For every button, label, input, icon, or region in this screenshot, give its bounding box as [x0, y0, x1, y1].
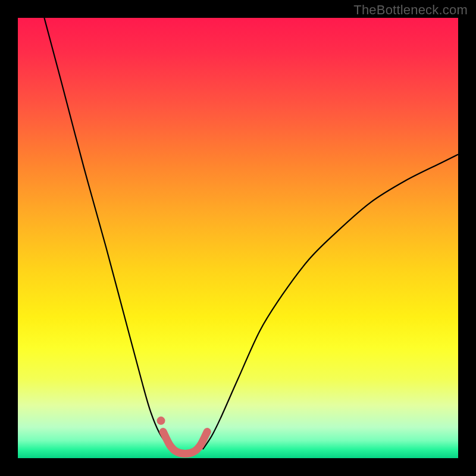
- curve-group: [44, 18, 458, 454]
- valley-highlight-line: [163, 432, 207, 454]
- chart-frame: TheBottleneck.com: [0, 0, 476, 476]
- highlight-dot: [157, 416, 165, 425]
- left-branch-line: [44, 18, 172, 449]
- right-branch-line: [203, 154, 458, 449]
- plot-area: [18, 18, 458, 458]
- watermark-text: TheBottleneck.com: [353, 2, 468, 18]
- chart-svg: [18, 18, 458, 458]
